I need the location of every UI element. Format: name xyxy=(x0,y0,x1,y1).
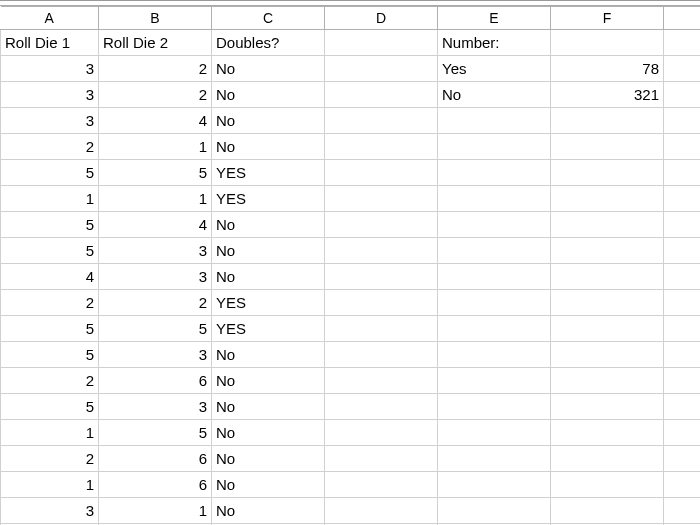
cell-die1[interactable]: 2 xyxy=(1,134,99,160)
cell-die1[interactable]: 5 xyxy=(1,316,99,342)
cell[interactable]: Roll Die 2 xyxy=(99,30,212,56)
cell-doubles[interactable]: No xyxy=(212,134,325,160)
cell-die2[interactable]: 6 xyxy=(99,472,212,498)
table-row[interactable]: 31No xyxy=(1,498,701,524)
summary-yes-count[interactable]: 78 xyxy=(551,56,664,82)
cell-die1[interactable]: 5 xyxy=(1,160,99,186)
cell[interactable] xyxy=(664,56,701,82)
cell[interactable] xyxy=(325,238,438,264)
cell-doubles[interactable]: No xyxy=(212,420,325,446)
table-row[interactable]: 21No xyxy=(1,134,701,160)
cell-die1[interactable]: 3 xyxy=(1,82,99,108)
cell-die1[interactable]: 2 xyxy=(1,446,99,472)
table-row[interactable]: 55YES xyxy=(1,160,701,186)
cell-doubles[interactable]: No xyxy=(212,238,325,264)
table-row[interactable]: 55YES xyxy=(1,316,701,342)
cell[interactable] xyxy=(325,290,438,316)
cell[interactable] xyxy=(664,186,701,212)
cell[interactable] xyxy=(551,342,664,368)
cell-doubles[interactable]: No xyxy=(212,472,325,498)
cell-die1[interactable]: 2 xyxy=(1,290,99,316)
cell-die2[interactable]: 3 xyxy=(99,394,212,420)
cell[interactable] xyxy=(438,108,551,134)
cell[interactable] xyxy=(438,134,551,160)
cell[interactable] xyxy=(325,82,438,108)
cell[interactable] xyxy=(438,316,551,342)
cell-doubles[interactable]: YES xyxy=(212,316,325,342)
table-row[interactable]: Roll Die 1 Roll Die 2 Doubles? Number: xyxy=(1,30,701,56)
cell[interactable] xyxy=(664,420,701,446)
cell[interactable] xyxy=(664,342,701,368)
cell-die2[interactable]: 2 xyxy=(99,56,212,82)
cell-die1[interactable]: 5 xyxy=(1,212,99,238)
table-row[interactable]: 32NoNo321 xyxy=(1,82,701,108)
cell[interactable] xyxy=(664,160,701,186)
cell-die1[interactable]: 3 xyxy=(1,108,99,134)
cell-die1[interactable]: 5 xyxy=(1,342,99,368)
cell[interactable] xyxy=(438,342,551,368)
cell-die2[interactable]: 6 xyxy=(99,368,212,394)
cell[interactable] xyxy=(551,498,664,524)
cell[interactable] xyxy=(664,82,701,108)
cell-die1[interactable]: 5 xyxy=(1,394,99,420)
table-row[interactable]: 54No xyxy=(1,212,701,238)
spreadsheet[interactable]: A B C D E F Roll Die 1 Roll Die 2 Double… xyxy=(0,0,700,525)
cell[interactable] xyxy=(438,368,551,394)
cell-die1[interactable]: 1 xyxy=(1,472,99,498)
cell-die1[interactable]: 2 xyxy=(1,368,99,394)
cell[interactable] xyxy=(551,472,664,498)
col-header-e[interactable]: E xyxy=(438,7,551,30)
cell[interactable] xyxy=(325,108,438,134)
cell[interactable] xyxy=(325,342,438,368)
cell[interactable] xyxy=(438,446,551,472)
cell[interactable] xyxy=(325,420,438,446)
cell[interactable] xyxy=(664,316,701,342)
cell[interactable] xyxy=(551,108,664,134)
cell[interactable]: Doubles? xyxy=(212,30,325,56)
cell[interactable] xyxy=(325,472,438,498)
cell[interactable] xyxy=(551,420,664,446)
cell[interactable] xyxy=(551,316,664,342)
cell[interactable] xyxy=(551,394,664,420)
cell[interactable] xyxy=(664,472,701,498)
summary-no-count[interactable]: 321 xyxy=(551,82,664,108)
cell-die2[interactable]: 1 xyxy=(99,134,212,160)
cell-doubles[interactable]: No xyxy=(212,82,325,108)
cell-die1[interactable]: 4 xyxy=(1,264,99,290)
cell[interactable] xyxy=(438,264,551,290)
cell-die2[interactable]: 6 xyxy=(99,446,212,472)
cell[interactable] xyxy=(551,30,664,56)
table-row[interactable]: 34No xyxy=(1,108,701,134)
cell[interactable] xyxy=(438,186,551,212)
grid[interactable]: A B C D E F Roll Die 1 Roll Die 2 Double… xyxy=(0,6,700,525)
cell[interactable] xyxy=(551,160,664,186)
cell-die2[interactable]: 2 xyxy=(99,82,212,108)
cell[interactable] xyxy=(438,160,551,186)
col-header-b[interactable]: B xyxy=(99,7,212,30)
col-header-d[interactable]: D xyxy=(325,7,438,30)
cell[interactable] xyxy=(664,30,701,56)
cell-die2[interactable]: 5 xyxy=(99,316,212,342)
cell[interactable] xyxy=(438,472,551,498)
cell[interactable] xyxy=(664,368,701,394)
cell[interactable] xyxy=(438,394,551,420)
cell[interactable] xyxy=(325,264,438,290)
table-row[interactable]: 32NoYes78 xyxy=(1,56,701,82)
cell[interactable] xyxy=(664,108,701,134)
table-row[interactable]: 11YES xyxy=(1,186,701,212)
cell[interactable] xyxy=(551,446,664,472)
cell[interactable] xyxy=(551,186,664,212)
cell-doubles[interactable]: No xyxy=(212,446,325,472)
cell[interactable] xyxy=(664,446,701,472)
cell-doubles[interactable]: YES xyxy=(212,290,325,316)
cell[interactable] xyxy=(664,498,701,524)
cell[interactable] xyxy=(438,238,551,264)
cell-doubles[interactable]: YES xyxy=(212,160,325,186)
summary-no-label[interactable]: No xyxy=(438,82,551,108)
cell-die2[interactable]: 4 xyxy=(99,212,212,238)
table-row[interactable]: 22YES xyxy=(1,290,701,316)
cell[interactable] xyxy=(325,446,438,472)
cell[interactable] xyxy=(325,498,438,524)
cell-doubles[interactable]: No xyxy=(212,56,325,82)
cell-die2[interactable]: 1 xyxy=(99,186,212,212)
